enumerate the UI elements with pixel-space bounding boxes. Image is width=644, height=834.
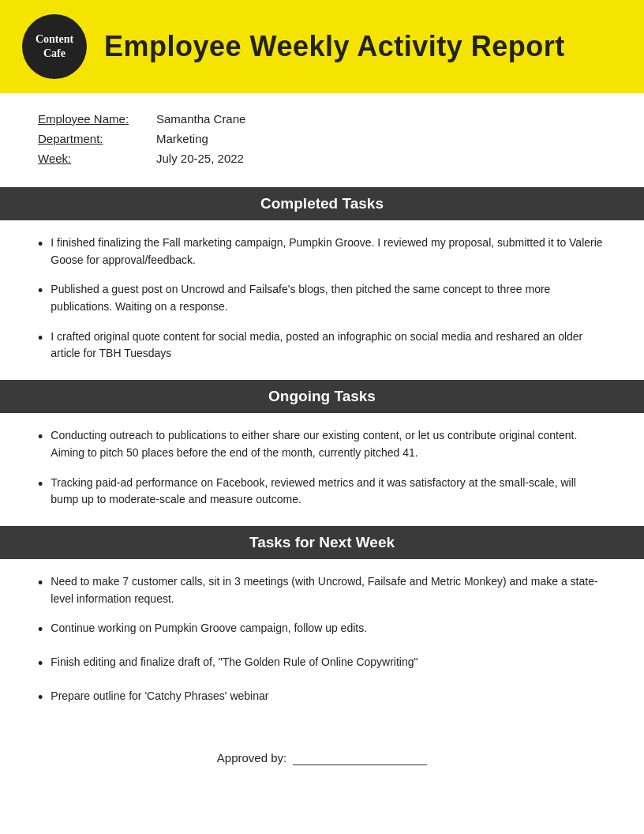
completed-tasks-header: Completed Tasks [0,187,644,220]
task-text: Conducting outreach to publications to e… [51,427,606,461]
bullet-icon: • [38,687,43,709]
ongoing-tasks-list: • Conducting outreach to publications to… [0,413,644,526]
approved-label: Approved by: [217,751,286,764]
week-value: July 20-25, 2022 [156,152,244,165]
department-row: Department: Marketing [38,132,606,145]
list-item: • Need to make 7 customer calls, sit in … [38,573,606,607]
bullet-icon: • [38,426,43,449]
week-label: Week: [38,152,156,165]
logo-text: ContentCafe [36,32,73,61]
bullet-icon: • [38,619,43,641]
ongoing-tasks-header: Ongoing Tasks [0,380,644,413]
task-text: Published a guest post on Uncrowd and Fa… [51,281,606,315]
completed-tasks-list: • I finished finalizing the Fall marketi… [0,220,644,380]
list-item: • Conducting outreach to publications to… [38,427,606,461]
employee-name-value: Samantha Crane [156,112,245,126]
week-row: Week: July 20-25, 2022 [38,152,606,165]
task-text: Continue working on Pumpkin Groove campa… [51,620,367,637]
task-text: Finish editing and finalize draft of, "T… [51,654,417,671]
task-text: I crafted original quote content for soc… [51,329,606,363]
bullet-icon: • [38,474,43,496]
approved-signature-line [293,750,427,765]
task-text: Need to make 7 customer calls, sit in 3 … [51,573,606,607]
list-item: • Finish editing and finalize draft of, … [38,654,606,675]
bullet-icon: • [38,328,43,350]
bullet-icon: • [38,234,43,256]
task-text: I finished finalizing the Fall marketing… [51,235,606,269]
report-title: Employee Weekly Activity Report [104,30,565,63]
employee-name-label: Employee Name: [38,112,156,126]
next-week-tasks-list: • Need to make 7 customer calls, sit in … [0,559,644,727]
bullet-icon: • [38,280,43,302]
employee-info: Employee Name: Samantha Crane Department… [0,93,644,187]
bullet-icon: • [38,653,43,675]
list-item: • Continue working on Pumpkin Groove cam… [38,620,606,641]
list-item: • I finished finalizing the Fall marketi… [38,235,606,269]
approved-by-section: Approved by: [0,727,644,789]
logo: ContentCafe [22,14,87,79]
page-header: ContentCafe Employee Weekly Activity Rep… [0,0,644,93]
list-item: • I crafted original quote content for s… [38,329,606,363]
list-item: • Tracking paid-ad performance on Facebo… [38,475,606,509]
employee-name-row: Employee Name: Samantha Crane [38,112,606,126]
task-text: Tracking paid-ad performance on Facebook… [51,475,606,509]
bullet-icon: • [38,573,43,595]
department-label: Department: [38,132,156,145]
list-item: • Prepare outline for 'Catchy Phrases' w… [38,688,606,709]
list-item: • Published a guest post on Uncrowd and … [38,281,606,315]
department-value: Marketing [156,132,208,145]
task-text: Prepare outline for 'Catchy Phrases' web… [51,688,268,705]
next-week-tasks-header: Tasks for Next Week [0,526,644,559]
